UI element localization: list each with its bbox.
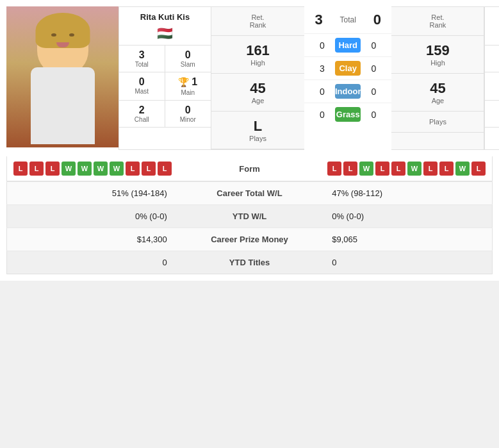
right-mast-value: 0 — [487, 76, 499, 88]
left-player-name: Rita Kuti Kis — [119, 7, 211, 24]
form-badge: W — [94, 162, 108, 176]
surface-row: 0 Indoor 0 — [304, 79, 391, 103]
left-middle-stats: Ret. Rank 161 High 45 Age L Plays — [211, 6, 304, 150]
form-section: LLLWWWWLLL Form LLWLLWLLWL — [6, 156, 493, 181]
left-high-label: High — [214, 59, 302, 67]
form-badge: W — [110, 162, 124, 176]
surface-badge: Grass — [335, 107, 361, 122]
left-chall-cell: 2 Chall — [119, 101, 165, 128]
stats-row: $14,300 Career Prize Money $9,065 — [7, 228, 493, 251]
form-badge: W — [407, 162, 421, 176]
right-age-label: Age — [394, 97, 481, 104]
surface-row: 0 Hard 0 — [304, 33, 391, 56]
stats-left: 0% (0-0) — [7, 205, 177, 228]
form-badge: L — [375, 162, 389, 176]
left-player-stats: Rita Kuti Kis 🇭🇺 3 Total 0 Slam 0 Mast — [119, 6, 211, 150]
left-age-label: Age — [214, 97, 302, 104]
form-badge: L — [13, 162, 28, 176]
left-mast-label: Mast — [122, 88, 162, 95]
stats-left: 0 — [7, 251, 177, 274]
surface-left-score: 0 — [309, 40, 335, 51]
form-badge: L — [158, 162, 172, 176]
left-total-cell: 3 Total — [119, 46, 165, 72]
surface-right-score: 0 — [361, 63, 386, 74]
left-plays-block: L Plays — [211, 112, 304, 149]
form-badge: L — [439, 162, 454, 176]
left-minor-cell: 0 Minor — [165, 101, 211, 128]
right-player-stats: Alice Canepa 🇮🇹 0 Total 0 Slam 0 Mast � — [484, 6, 499, 150]
stats-center: Career Prize Money — [177, 228, 322, 251]
form-badge: L — [126, 162, 140, 176]
main-container: Rita Kuti Kis 🇭🇺 3 Total 0 Slam 0 Mast — [0, 0, 499, 281]
right-mast-cell: 0 Mast — [485, 72, 499, 101]
surface-left-score: 3 — [309, 63, 335, 74]
left-chall-value: 2 — [122, 104, 162, 116]
surface-left-score: 0 — [309, 110, 335, 120]
form-badges-right: LLWLLWLLWL — [288, 162, 486, 176]
center-header: 3 Total 0 — [304, 6, 391, 33]
left-chall-label: Chall — [122, 116, 162, 123]
surface-rows: 0 Hard 0 3 Clay 0 0 Indoor 0 0 Grass 0 — [304, 33, 391, 126]
right-rank-sublabel: Rank — [394, 21, 481, 29]
left-main-cell: 🏆 1 Main — [165, 72, 211, 101]
form-badge: L — [327, 162, 341, 176]
form-badge: L — [391, 162, 405, 176]
form-badge: W — [455, 162, 470, 176]
stats-row: 0 YTD Titles 0 — [7, 251, 493, 274]
surface-row: 0 Grass 0 — [304, 103, 391, 126]
left-mast-value: 0 — [122, 76, 162, 88]
right-chall-label: Chall — [487, 116, 499, 123]
surface-right-score: 0 — [361, 110, 386, 120]
left-minor-value: 0 — [168, 104, 209, 116]
stats-left: $14,300 — [7, 228, 177, 251]
stats-center: YTD W/L — [177, 205, 322, 228]
stats-right: 0 — [322, 251, 492, 274]
stats-table: 51% (194-184) Career Total W/L 47% (98-1… — [6, 181, 493, 274]
stats-right: 0% (0-0) — [322, 205, 492, 228]
form-badge: W — [359, 162, 373, 176]
right-player-flag: 🇮🇹 — [485, 24, 499, 45]
form-badge: L — [471, 162, 486, 176]
form-label: Form — [211, 164, 288, 174]
right-player-name: Alice Canepa — [485, 7, 499, 24]
surface-left-score: 0 — [309, 87, 335, 97]
left-high-value: 161 — [214, 42, 302, 59]
form-badges-left: LLLWWWWLLL — [13, 162, 211, 176]
stats-row: 51% (194-184) Career Total W/L 47% (98-1… — [7, 182, 493, 205]
right-high-label: High — [394, 59, 481, 67]
right-rank-block: Ret. Rank — [391, 7, 484, 36]
form-badge: W — [61, 162, 76, 176]
left-age-block: 45 Age — [211, 74, 304, 112]
form-badge: L — [142, 162, 156, 176]
surface-badge: Indoor — [335, 84, 361, 99]
right-stats-grid: 0 Total 0 Slam 0 Mast 🏆 0 Main — [485, 45, 499, 128]
left-total-value: 3 — [122, 49, 162, 61]
right-total-label: Total — [487, 61, 499, 68]
stats-right: 47% (98-112) — [322, 182, 492, 205]
right-high-value: 159 — [394, 42, 481, 59]
left-total-label: Total — [122, 61, 162, 68]
left-slam-value: 0 — [168, 49, 209, 61]
left-main-value: 1 — [192, 76, 197, 88]
left-plays-value: L — [214, 118, 302, 135]
right-middle-stats: Ret. Rank 159 High 45 Age Plays — [391, 6, 484, 150]
right-age-value: 45 — [394, 80, 481, 97]
right-total-cell: 0 Total — [485, 46, 499, 72]
left-trophy-icon: 🏆 — [178, 77, 189, 87]
left-player-flag: 🇭🇺 — [119, 24, 211, 45]
form-badge: L — [343, 162, 357, 176]
left-rank-sublabel: Rank — [214, 21, 302, 29]
surface-right-score: 0 — [361, 87, 386, 97]
left-main-label: Main — [181, 89, 195, 96]
left-mast-cell: 0 Mast — [119, 72, 165, 101]
right-age-block: 45 Age — [391, 74, 484, 112]
center-left-score: 3 — [304, 12, 333, 28]
stats-center: YTD Titles — [177, 251, 322, 274]
right-high-block: 159 High — [391, 36, 484, 74]
left-rank-block: Ret. Rank — [211, 7, 304, 36]
stats-left: 51% (194-184) — [7, 182, 177, 205]
right-mast-label: Mast — [487, 88, 499, 95]
stats-center: Career Total W/L — [177, 182, 322, 205]
right-plays-label: Plays — [394, 118, 481, 126]
right-total-value: 0 — [487, 49, 499, 61]
